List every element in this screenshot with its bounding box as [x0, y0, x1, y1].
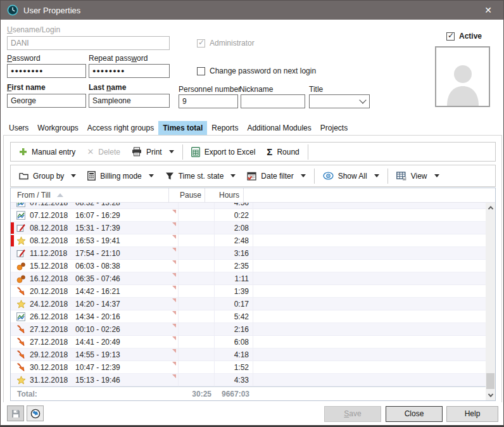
table-row[interactable]: 20.12.201814:42 - 16:211:39	[11, 285, 486, 298]
tab-additional-modules[interactable]: Additional Modules	[243, 121, 315, 135]
password-label: Password	[7, 54, 41, 63]
tab-workgroups[interactable]: Workgroups	[33, 121, 82, 135]
close-icon[interactable]: ✕	[479, 5, 497, 15]
nickname-label: Nickname	[239, 85, 273, 94]
table-row[interactable]: 11.12.201817:54 - 21:103:16	[11, 247, 486, 260]
billing-mode-button[interactable]: Billing mode	[82, 169, 159, 184]
table-row[interactable]: 24.12.201814:20 - 14:370:17	[11, 298, 486, 310]
star-icon	[16, 236, 26, 245]
title-combobox[interactable]	[309, 94, 370, 108]
note-notch-icon	[172, 235, 176, 239]
print-button[interactable]: Print	[126, 144, 180, 160]
vertical-scrollbar[interactable]	[486, 203, 495, 400]
note-notch-icon	[172, 210, 176, 213]
note-notch-icon	[172, 349, 176, 353]
column-header-pause[interactable]: Pause	[169, 188, 205, 202]
printer-icon	[132, 147, 142, 156]
toolbar-separator	[308, 144, 308, 160]
date-filter-label: Date filter	[261, 172, 293, 181]
time-st-state-button[interactable]: Time st. state	[160, 169, 242, 184]
tab-users[interactable]: Users	[4, 121, 33, 135]
table-row[interactable]: 16.12.201806:35 - 07:461:11	[11, 272, 486, 285]
administrator-checkbox: Administrator	[197, 39, 255, 48]
total-pause-value: 30:25	[179, 390, 215, 398]
table-row[interactable]: 15.12.201806:03 - 08:382:35	[11, 260, 486, 272]
pause-cell	[179, 260, 215, 272]
nickname-input[interactable]	[241, 94, 305, 108]
change-password-label: Change password on next login	[210, 67, 316, 75]
group-by-button[interactable]: Group by	[13, 169, 82, 184]
table-row[interactable]: 07.12.201808:32 - 13:284:56	[11, 203, 486, 209]
person-silhouette-icon	[441, 60, 485, 106]
trend-arrow-icon	[16, 363, 26, 372]
folder-icon	[19, 172, 28, 180]
repeat-password-label: Repeat password	[89, 54, 148, 63]
note-notch-icon	[172, 324, 176, 328]
table-row[interactable]: 07.12.201816:07 - 16:290:22	[11, 209, 486, 222]
scrollbar-thumb[interactable]	[486, 373, 495, 389]
pause-cell	[179, 374, 215, 386]
table-view-icon	[396, 172, 406, 181]
help-button[interactable]: Help	[446, 406, 498, 422]
save-layout-button[interactable]	[7, 405, 24, 421]
tab-times-total[interactable]: Times total	[158, 121, 207, 135]
table-row[interactable]: 08.12.201815:31 - 17:392:08	[11, 222, 486, 234]
note-notch-icon	[172, 298, 176, 302]
close-button[interactable]: Close	[386, 406, 443, 422]
table-row[interactable]: 29.12.201814:55 - 19:134:18	[11, 348, 486, 361]
repeat-password-input[interactable]	[89, 64, 170, 78]
pause-cell	[179, 310, 215, 323]
from-till-cell: 08.12.201815:31 - 17:39	[26, 222, 179, 234]
times-table: From / Till Pause Hours 07.12.201808:32 …	[10, 188, 496, 401]
checkbox-box[interactable]	[197, 67, 205, 75]
manual-entry-button[interactable]: Manual entry	[13, 144, 81, 160]
edit-note-icon	[16, 249, 26, 258]
from-till-cell: 24.12.201814:20 - 14:37	[26, 298, 179, 310]
checkbox-box[interactable]	[446, 32, 455, 41]
table-row[interactable]: 26.12.201814:34 - 20:165:42	[11, 310, 486, 323]
scroll-down-icon[interactable]	[486, 390, 495, 400]
tab-reports[interactable]: Reports	[207, 121, 243, 135]
trend-arrow-icon	[16, 338, 26, 347]
tab-projects[interactable]: Projects	[316, 121, 352, 135]
round-button[interactable]: Σ Round	[261, 144, 305, 160]
table-row[interactable]: 08.12.201816:53 - 19:412:48	[11, 234, 486, 247]
date-filter-button[interactable]: Date filter	[241, 169, 311, 184]
total-row: Total: 30:25 9667:03	[11, 386, 486, 400]
table-row[interactable]: 27.12.201814:41 - 20:496:08	[11, 336, 486, 348]
table-row[interactable]: 31.12.201815:13 - 19:464:33	[11, 374, 486, 386]
first-name-input[interactable]	[7, 94, 86, 108]
active-checkbox[interactable]: Active	[446, 32, 482, 41]
view-button[interactable]: View	[391, 169, 445, 184]
table-row[interactable]: 30.12.201810:47 - 12:391:52	[11, 361, 486, 374]
show-all-button[interactable]: Show All	[317, 169, 385, 184]
last-name-input[interactable]	[89, 94, 170, 108]
dropdown-caret-icon	[374, 174, 379, 177]
from-till-cell: 29.12.201814:55 - 19:13	[26, 348, 179, 361]
hours-cell: 4:56	[215, 203, 253, 209]
from-till-cell: 27.12.201800:10 - 02:26	[26, 323, 179, 336]
column-header-hours[interactable]: Hours	[205, 188, 244, 202]
hours-cell: 2:08	[215, 222, 253, 234]
personnel-number-input[interactable]	[179, 94, 238, 108]
apply-login-button[interactable]	[27, 405, 44, 421]
excel-export-icon	[191, 147, 200, 157]
table-row[interactable]: 27.12.201800:10 - 02:262:16	[11, 323, 486, 336]
dropdown-caret-icon	[434, 174, 439, 177]
note-notch-icon	[172, 362, 176, 366]
titlebar[interactable]: User Properties ✕	[1, 1, 503, 20]
title-label: Title	[309, 85, 323, 94]
change-password-checkbox[interactable]: Change password on next login	[197, 67, 316, 75]
export-to-excel-label: Export to Excel	[205, 148, 256, 156]
export-to-excel-button[interactable]: Export to Excel	[186, 144, 261, 160]
hours-cell: 2:48	[215, 234, 253, 247]
scroll-up-icon[interactable]	[486, 203, 495, 213]
pause-cell	[179, 323, 215, 336]
table-body: 07.12.201808:32 - 13:284:5607.12.201816:…	[11, 203, 486, 386]
column-header-from-till[interactable]: From / Till	[11, 188, 169, 202]
chart-icon	[16, 312, 26, 321]
password-input[interactable]	[7, 64, 86, 78]
hours-cell: 1:52	[215, 361, 253, 374]
tab-access-right-groups[interactable]: Access right groups	[83, 121, 158, 135]
checkbox-box	[197, 39, 205, 48]
